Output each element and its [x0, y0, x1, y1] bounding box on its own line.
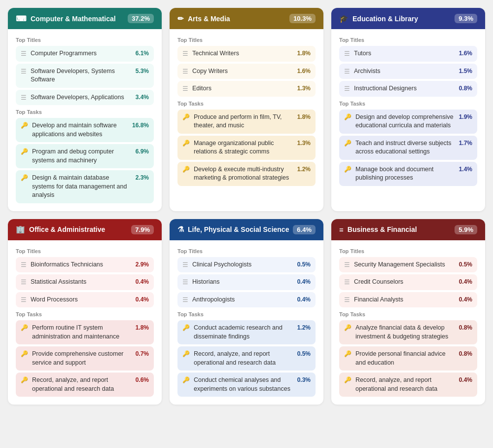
titles-section-label: Top Titles [177, 37, 316, 43]
header-left: ⌨ Computer & Mathematical [16, 14, 116, 23]
title-row: ☰ Tutors 1.6% [339, 46, 477, 62]
title-icon: ☰ [182, 278, 188, 286]
title-row-left: ☰ Software Developers, Applications [21, 93, 132, 102]
title-text: Statistical Assistants [31, 278, 86, 287]
task-row-left: 🔑 Record, analyze, and report operationa… [344, 376, 455, 393]
task-icon: 🔑 [182, 113, 190, 120]
title-text: Financial Analysts [354, 296, 403, 304]
header-left: ≡ Business & Financial [339, 225, 417, 234]
card-office-administrative: 🏢 Office & Administrative 7.9% Top Title… [8, 219, 162, 405]
title-percentage: 1.5% [459, 68, 472, 75]
card-percentage-badge: 6.4% [293, 225, 316, 234]
title-row-left: ☰ Historians [182, 278, 293, 287]
title-icon: ☰ [344, 50, 350, 57]
title-row: ☰ Word Processors 0.4% [16, 292, 154, 308]
card-percentage-badge: 9.3% [455, 14, 477, 23]
title-row-left: ☰ Financial Analysts [344, 296, 455, 304]
card-header-business-financial: ≡ Business & Financial 5.9% [331, 219, 485, 240]
title-percentage: 0.4% [297, 278, 311, 285]
task-row-left: 🔑 Conduct chemical analyses and experime… [182, 376, 293, 393]
task-text: Perform routine IT system administration… [32, 324, 132, 341]
tasks-section-label: Top Tasks [339, 311, 477, 317]
task-text: Provide comprehensive customer service a… [32, 350, 132, 367]
title-row: ☰ Copy Writers 1.6% [177, 64, 316, 79]
title-row: ☰ Financial Analysts 0.4% [339, 292, 477, 308]
header-left: 🎓 Education & Library [339, 14, 418, 23]
title-icon: ☰ [344, 261, 350, 268]
task-row: 🔑 Provide comprehensive customer service… [16, 346, 154, 371]
title-row-left: ☰ Editors [182, 84, 293, 93]
task-row: 🔑 Manage organizational public relations… [177, 136, 316, 160]
task-row: 🔑 Program and debug computer systems and… [16, 144, 154, 168]
task-row-left: 🔑 Perform routine IT system administrati… [21, 324, 132, 341]
task-text: Conduct chemical analyses and experiment… [194, 376, 293, 393]
cards-grid: ⌨ Computer & Mathematical 37.2% Top Titl… [8, 8, 485, 405]
category-icon: ✏ [177, 14, 184, 23]
title-icon: ☰ [21, 261, 27, 268]
task-row: 🔑 Develop and maintain software applicat… [16, 118, 154, 142]
tasks-section-label: Top Tasks [177, 101, 316, 107]
card-header-education-library: 🎓 Education & Library 9.3% [331, 8, 485, 29]
category-icon: ⌨ [16, 14, 27, 23]
task-percentage: 6.9% [136, 148, 149, 155]
tasks-section-label: Top Tasks [339, 101, 477, 107]
task-text: Record, analyze, and report operational … [194, 350, 293, 367]
task-icon: 🔑 [344, 324, 352, 331]
header-left: ✏ Arts & Media [177, 14, 230, 23]
task-row-left: 🔑 Provide personal financial advice and … [344, 350, 455, 367]
task-icon: 🔑 [21, 148, 28, 155]
title-icon: ☰ [344, 296, 350, 303]
title-icon: ☰ [344, 68, 350, 75]
tasks-section-label: Top Tasks [16, 109, 154, 115]
card-computer-mathematical: ⌨ Computer & Mathematical 37.2% Top Titl… [8, 8, 162, 211]
title-icon: ☰ [21, 50, 27, 57]
titles-section-label: Top Titles [339, 37, 477, 43]
card-header-office-administrative: 🏢 Office & Administrative 7.9% [8, 219, 162, 240]
task-row-left: 🔑 Program and debug computer systems and… [21, 148, 132, 165]
task-icon: 🔑 [21, 350, 28, 357]
task-percentage: 1.2% [297, 166, 311, 173]
task-icon: 🔑 [182, 376, 190, 383]
card-body-computer-mathematical: Top Titles ☰ Computer Programmers 6.1% ☰… [8, 29, 162, 211]
task-icon: 🔑 [344, 140, 352, 147]
card-body-life-physical-social: Top Titles ☰ Clinical Psychologists 0.5%… [170, 240, 323, 405]
task-percentage: 1.8% [136, 324, 149, 331]
task-icon: 🔑 [182, 324, 190, 331]
title-text: Bioinformatics Technicians [31, 261, 103, 269]
task-percentage: 0.8% [459, 324, 472, 331]
title-icon: ☰ [21, 68, 27, 75]
title-text: Historians [192, 278, 220, 287]
card-body-arts-media: Top Titles ☰ Technical Writers 1.8% ☰ Co… [170, 29, 323, 194]
title-icon: ☰ [182, 50, 188, 57]
title-percentage: 0.4% [459, 296, 472, 303]
title-icon: ☰ [344, 85, 350, 92]
task-row-left: 🔑 Manage organizational public relations… [182, 139, 293, 156]
title-text: Copy Writers [192, 67, 228, 76]
card-title: Education & Library [352, 15, 418, 23]
task-percentage: 0.4% [459, 376, 472, 383]
title-text: Archivists [354, 67, 380, 76]
title-percentage: 6.1% [136, 50, 149, 57]
title-row-left: ☰ Word Processors [21, 296, 132, 304]
task-row: 🔑 Manage book and document publishing pr… [339, 162, 477, 186]
task-text: Provide personal financial advice and ed… [355, 350, 455, 367]
title-icon: ☰ [182, 261, 188, 268]
card-title: Business & Financial [348, 225, 417, 233]
task-row: 🔑 Conduct academic research and dissemin… [177, 320, 316, 344]
task-row: 🔑 Design & maintain database systems for… [16, 170, 154, 203]
header-left: 🏢 Office & Administrative [16, 225, 105, 234]
title-icon: ☰ [344, 278, 350, 286]
card-header-computer-mathematical: ⌨ Computer & Mathematical 37.2% [8, 8, 162, 29]
task-percentage: 1.2% [297, 324, 311, 331]
task-icon: 🔑 [182, 140, 190, 147]
title-text: Technical Writers [192, 49, 239, 58]
task-row-left: 🔑 Record, analyze, and report operationa… [182, 350, 293, 367]
title-row: ☰ Statistical Assistants 0.4% [16, 274, 154, 290]
tasks-section: Top Tasks 🔑 Design and develop comprehen… [339, 101, 477, 186]
title-icon: ☰ [21, 296, 27, 303]
title-icon: ☰ [21, 278, 27, 286]
title-text: Word Processors [31, 296, 78, 304]
title-percentage: 5.3% [136, 68, 149, 75]
title-row: ☰ Security Management Specialists 0.5% [339, 257, 477, 273]
title-row-left: ☰ Security Management Specialists [344, 261, 455, 269]
